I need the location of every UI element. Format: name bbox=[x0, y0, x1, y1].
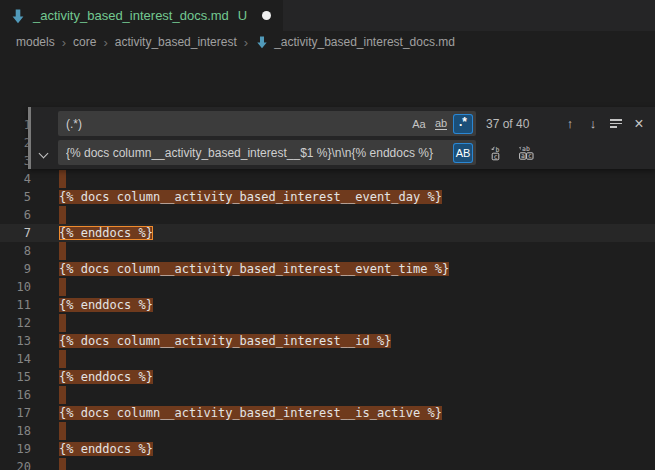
editor-line[interactable]: 10 bbox=[0, 278, 655, 296]
code-text bbox=[31, 278, 66, 296]
code-text bbox=[31, 422, 66, 440]
empty-find-match bbox=[59, 206, 66, 224]
breadcrumb-item-core[interactable]: core bbox=[73, 35, 96, 49]
empty-find-match bbox=[59, 422, 66, 440]
editor-line[interactable]: 15{% enddocs %} bbox=[0, 368, 655, 386]
find-in-selection-button[interactable] bbox=[606, 114, 626, 134]
tab-filename: _activity_based_interest_docs.md bbox=[33, 8, 229, 23]
editor-line[interactable]: 5{% docs column__activity_based_interest… bbox=[0, 188, 655, 206]
line-number: 4 bbox=[0, 170, 31, 188]
find-widget-resize-sash[interactable] bbox=[28, 107, 31, 169]
code-text: {% docs column__activity_based_interest_… bbox=[31, 404, 442, 422]
line-number: 5 bbox=[0, 188, 31, 206]
replace-row: {% docs column__activity_based_interest_… bbox=[58, 140, 649, 165]
find-match: {% enddocs %} bbox=[59, 442, 153, 456]
line-number: 18 bbox=[0, 422, 31, 440]
replace-all-button[interactable]: ab a c bbox=[516, 143, 536, 163]
line-number: 13 bbox=[0, 332, 31, 350]
line-number: 16 bbox=[0, 386, 31, 404]
editor-tab[interactable]: _activity_based_interest_docs.md U bbox=[0, 0, 283, 31]
find-match: {% docs column__activity_based_interest_… bbox=[59, 262, 449, 276]
editor-line[interactable]: 19{% enddocs %} bbox=[0, 440, 655, 458]
close-find-widget-button[interactable]: × bbox=[629, 114, 649, 134]
line-number: 6 bbox=[0, 206, 31, 224]
preserve-case-toggle[interactable]: AB bbox=[453, 143, 473, 163]
editor-line[interactable]: 4 bbox=[0, 170, 655, 188]
line-number: 12 bbox=[0, 314, 31, 332]
empty-find-match bbox=[59, 278, 66, 296]
code-text bbox=[31, 386, 66, 404]
code-text: {% docs column__activity_based_interest_… bbox=[31, 332, 391, 350]
next-match-button[interactable]: ↓ bbox=[583, 114, 603, 134]
unsaved-changes-dot[interactable] bbox=[262, 11, 271, 20]
whole-word-toggle[interactable]: ab bbox=[431, 114, 451, 134]
find-match: {% enddocs %} bbox=[59, 298, 153, 312]
markdown-file-icon bbox=[255, 35, 269, 49]
editor-line[interactable]: 7{% enddocs %} bbox=[0, 224, 655, 242]
line-number: 11 bbox=[0, 296, 31, 314]
line-number: 14 bbox=[0, 350, 31, 368]
code-text bbox=[31, 458, 66, 470]
replace-input[interactable]: {% docs column__activity_based_interest_… bbox=[58, 140, 476, 165]
editor-line[interactable]: 6 bbox=[0, 206, 655, 224]
editor-line[interactable]: 11{% enddocs %} bbox=[0, 296, 655, 314]
find-match: {% docs column__activity_based_interest_… bbox=[59, 190, 442, 204]
find-match: {% docs column__activity_based_interest_… bbox=[59, 406, 442, 420]
code-text bbox=[31, 206, 66, 224]
line-number: 1 bbox=[0, 116, 31, 134]
git-status-badge: U bbox=[238, 8, 247, 23]
editor-line[interactable]: 13{% docs column__activity_based_interes… bbox=[0, 332, 655, 350]
empty-find-match bbox=[59, 458, 66, 470]
code-text: {% docs column__activity_based_interest_… bbox=[31, 188, 442, 206]
previous-match-button[interactable]: ↑ bbox=[560, 114, 580, 134]
editor-line[interactable]: 20 bbox=[0, 458, 655, 470]
find-in-selection-icon bbox=[610, 119, 622, 127]
chevron-down-icon bbox=[38, 148, 48, 158]
breadcrumb-item-models[interactable]: models bbox=[16, 35, 55, 49]
editor-line[interactable]: 12 bbox=[0, 314, 655, 332]
breadcrumb-item-folder[interactable]: activity_based_interest bbox=[115, 35, 237, 49]
code-text bbox=[31, 314, 66, 332]
editor-line[interactable]: 8 bbox=[0, 242, 655, 260]
code-text: {% enddocs %} bbox=[31, 224, 153, 242]
code-text bbox=[31, 350, 66, 368]
regex-toggle[interactable]: .* bbox=[453, 114, 473, 134]
empty-find-match bbox=[59, 314, 66, 332]
svg-text:c: c bbox=[528, 152, 532, 160]
editor-line[interactable]: 16 bbox=[0, 386, 655, 404]
editor-line[interactable]: 17{% docs column__activity_based_interes… bbox=[0, 404, 655, 422]
line-number: 2 bbox=[0, 134, 31, 152]
line-number: 8 bbox=[0, 242, 31, 260]
toggle-replace-button[interactable] bbox=[35, 147, 51, 163]
line-number: 17 bbox=[0, 404, 31, 422]
editor-line[interactable]: 14 bbox=[0, 350, 655, 368]
breadcrumb-item-file[interactable]: _activity_based_interest_docs.md bbox=[255, 35, 455, 49]
find-input[interactable]: (.*) Aa ab .* bbox=[58, 111, 476, 136]
breadcrumb-file-label: _activity_based_interest_docs.md bbox=[274, 35, 455, 49]
tab-bar: _activity_based_interest_docs.md U bbox=[0, 0, 655, 31]
line-number: 3 bbox=[0, 152, 31, 170]
code-text bbox=[31, 170, 66, 188]
breadcrumb: models › core › activity_based_interest … bbox=[0, 31, 655, 53]
code-text: {% enddocs %} bbox=[31, 440, 153, 458]
line-number: 19 bbox=[0, 440, 31, 458]
match-case-toggle[interactable]: Aa bbox=[409, 114, 429, 134]
find-match: {% docs column__activity_based_interest_… bbox=[59, 334, 391, 348]
find-replace-widget: (.*) Aa ab .* 37 of 40 ↑ ↓ bbox=[28, 107, 655, 169]
editor-line[interactable]: 9{% docs column__activity_based_interest… bbox=[0, 260, 655, 278]
empty-find-match bbox=[59, 350, 66, 368]
line-number: 15 bbox=[0, 368, 31, 386]
replace-icon: b c bbox=[490, 145, 506, 161]
current-find-match: {% enddocs %} bbox=[59, 226, 153, 240]
editor-line[interactable]: 18 bbox=[0, 422, 655, 440]
code-text: {% enddocs %} bbox=[31, 296, 153, 314]
breadcrumb-separator: › bbox=[62, 35, 66, 50]
find-row: (.*) Aa ab .* 37 of 40 ↑ ↓ bbox=[58, 111, 649, 136]
editor-area: (.*) Aa ab .* 37 of 40 ↑ ↓ bbox=[0, 53, 655, 470]
line-number: 10 bbox=[0, 278, 31, 296]
replace-value-text: {% docs column__activity_based_interest_… bbox=[66, 146, 453, 160]
find-results-count: 37 of 40 bbox=[486, 117, 529, 131]
code-text: {% enddocs %} bbox=[31, 368, 153, 386]
replace-button[interactable]: b c bbox=[488, 143, 508, 163]
replace-all-icon: ab a c bbox=[518, 145, 534, 161]
